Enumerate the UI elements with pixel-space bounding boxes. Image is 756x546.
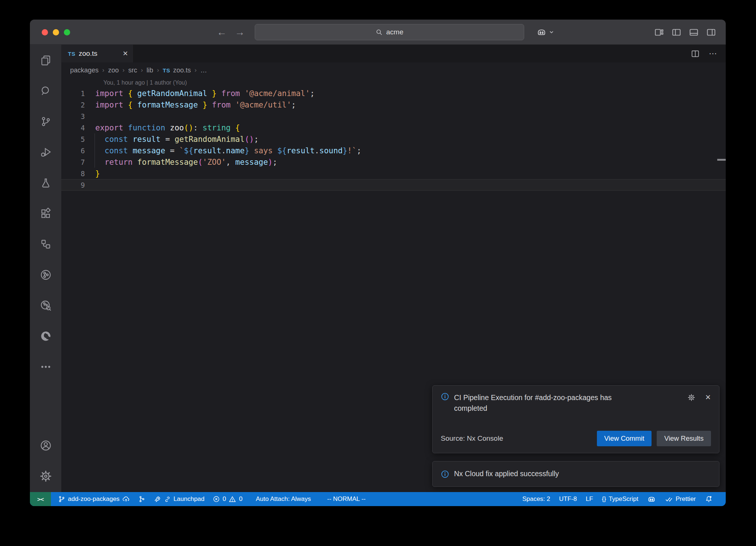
line-number: 9	[61, 181, 85, 189]
encoding-indicator[interactable]: UTF-8	[556, 492, 580, 506]
source-control-icon	[40, 116, 52, 127]
code-text: }	[95, 169, 100, 178]
activitybar-settings[interactable]	[30, 461, 61, 491]
spaces-label: Spaces: 2	[522, 495, 550, 503]
activitybar-nx-console[interactable]	[30, 259, 61, 290]
line-number: 4	[61, 124, 85, 132]
code-line[interactable]: 5 const result = getRandomAnimal();	[61, 133, 726, 145]
notifications-bell[interactable]	[701, 492, 716, 506]
line-number: 8	[61, 170, 85, 178]
activitybar-nx-cloud[interactable]	[30, 290, 61, 321]
code-line[interactable]: 2import { formatMessage } from '@acme/ut…	[61, 99, 726, 110]
launchpad-label: Launchpad	[173, 495, 205, 503]
run-debug-icon	[40, 146, 52, 158]
toggle-panel-icon[interactable]	[689, 27, 699, 37]
formatter-label: Prettier	[676, 495, 696, 503]
status-bar: >< add-zoo-packages	[30, 492, 726, 506]
formatter-indicator[interactable]: Prettier	[662, 492, 699, 506]
split-editor-icon[interactable]	[691, 49, 700, 58]
close-window-button[interactable]	[42, 29, 48, 35]
activitybar-source-control[interactable]	[30, 106, 61, 137]
code-text: import { formatMessage } from '@acme/uti…	[95, 100, 296, 109]
hierarchy-icon	[40, 238, 52, 250]
ellipsis-icon	[40, 361, 52, 373]
maximize-window-button[interactable]	[64, 29, 70, 35]
window-controls	[42, 29, 70, 35]
notification-close-icon[interactable]: ✕	[705, 393, 711, 402]
typescript-file-icon: TS	[163, 67, 170, 74]
breadcrumb-item[interactable]: packages	[70, 66, 99, 74]
beaker-icon	[40, 177, 52, 189]
eol-indicator[interactable]: LF	[583, 492, 597, 506]
code-line[interactable]: 7 return formatMessage('ZOO', message);	[61, 156, 726, 168]
git-blame-annotation[interactable]: You, 1 hour ago | 1 author (You)	[61, 78, 726, 88]
breadcrumb-file[interactable]: TS zoo.ts	[163, 66, 191, 74]
notification-message: CI Pipeline Execution for #add-zoo-packa…	[454, 392, 631, 414]
branch-indicator[interactable]: add-zoo-packages	[55, 492, 133, 506]
nx-cloud-search-icon	[39, 299, 52, 312]
line-number: 5	[61, 135, 85, 143]
back-icon[interactable]: ←	[217, 27, 227, 38]
close-tab-icon[interactable]: ✕	[123, 50, 128, 58]
breadcrumb: packages › zoo › src › lib › TS zoo.ts ›…	[61, 62, 726, 78]
activitybar-explorer[interactable]	[30, 45, 61, 75]
code-line[interactable]: 8}	[61, 168, 726, 179]
activitybar-run-debug[interactable]	[30, 137, 61, 167]
activitybar-extensions[interactable]	[30, 198, 61, 229]
remote-indicator[interactable]: ><	[30, 492, 51, 506]
activitybar-more[interactable]	[30, 351, 61, 382]
code-line[interactable]: 6 const message = `${result.name} says $…	[61, 145, 726, 156]
auto-attach-indicator[interactable]: Auto Attach: Always	[252, 492, 314, 506]
forward-icon[interactable]: →	[235, 27, 245, 38]
bell-icon	[705, 495, 713, 503]
search-icon	[375, 28, 383, 36]
toggle-sidebar-left-icon[interactable]	[671, 27, 681, 37]
copilot-status[interactable]	[644, 492, 659, 506]
minimize-window-button[interactable]	[53, 29, 59, 35]
tab-zoo-ts[interactable]: TS zoo.ts ✕	[61, 45, 134, 62]
breadcrumb-item[interactable]: zoo	[108, 66, 119, 74]
line-number: 2	[61, 101, 85, 109]
launchpad-indicator[interactable]: Launchpad	[150, 492, 208, 506]
code-text: import { getRandomAnimal } from '@acme/a…	[95, 89, 315, 98]
breadcrumb-item[interactable]: src	[128, 66, 137, 74]
indentation-indicator[interactable]: Spaces: 2	[519, 492, 554, 506]
activitybar-hierarchy[interactable]	[30, 229, 61, 259]
view-results-button[interactable]: View Results	[657, 431, 711, 446]
source-control-graph-indicator[interactable]	[135, 492, 149, 506]
activitybar-edge-tools[interactable]	[30, 321, 61, 351]
notification-settings-gear-icon[interactable]	[687, 393, 695, 402]
chevron-right-icon: ›	[157, 66, 159, 74]
more-actions-icon[interactable]: ⋯	[709, 49, 718, 58]
line-number: 7	[61, 158, 85, 166]
breadcrumb-item[interactable]: lib	[147, 66, 153, 74]
chevron-down-icon[interactable]	[549, 30, 554, 35]
code-text: return formatMessage('ZOO', message);	[95, 158, 277, 167]
vim-mode-indicator[interactable]: -- NORMAL --	[324, 492, 369, 506]
code-line[interactable]: 9	[61, 179, 726, 191]
code-line[interactable]: 1import { getRandomAnimal } from '@acme/…	[61, 88, 726, 99]
code-line[interactable]: 3	[61, 110, 726, 122]
git-graph-icon	[138, 495, 145, 503]
braces-icon: {}	[602, 495, 606, 503]
view-commit-button[interactable]: View Commit	[597, 431, 652, 446]
activitybar-testing[interactable]	[30, 167, 61, 198]
extensions-icon	[40, 208, 52, 219]
line-number: 6	[61, 147, 85, 155]
toggle-sidebar-right-icon[interactable]	[706, 27, 716, 37]
search-value: acme	[386, 28, 403, 36]
gear-icon	[39, 470, 52, 482]
check-all-icon	[665, 495, 673, 503]
activitybar-search[interactable]	[30, 75, 61, 106]
code-line[interactable]: 4export function zoo(): string {	[61, 122, 726, 133]
overview-ruler-marker	[717, 159, 726, 161]
breadcrumb-more[interactable]: …	[200, 66, 207, 74]
line-number: 1	[61, 89, 85, 98]
customize-layout-icon[interactable]	[654, 27, 664, 37]
copilot-icon[interactable]	[536, 27, 547, 37]
language-indicator[interactable]: {} TypeScript	[599, 492, 642, 506]
problems-indicator[interactable]: 0 0	[209, 492, 246, 506]
command-center-search[interactable]: acme	[255, 24, 524, 40]
notification-source: Source: Nx Console	[441, 434, 503, 443]
activitybar-accounts[interactable]	[30, 430, 61, 461]
